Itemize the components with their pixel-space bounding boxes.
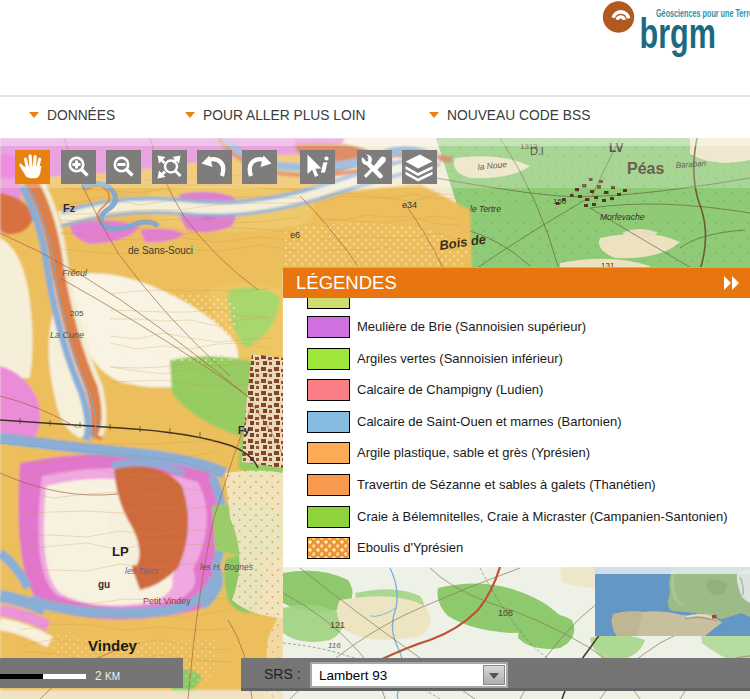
svg-text:205: 205 xyxy=(70,309,84,318)
svg-text:le Tertre: le Tertre xyxy=(470,204,501,214)
svg-text:Fz: Fz xyxy=(63,202,76,214)
svg-text:La Cune: La Cune xyxy=(50,330,84,340)
svg-text:LP: LP xyxy=(112,544,129,559)
svg-text:Fy: Fy xyxy=(238,425,250,436)
svg-text:les H. Bognes: les H. Bognes xyxy=(200,562,254,572)
svg-text:les Tilets: les Tilets xyxy=(125,566,159,576)
svg-text:150: 150 xyxy=(553,197,567,206)
svg-text:108: 108 xyxy=(498,608,513,618)
svg-text:Vindey: Vindey xyxy=(88,637,138,654)
svg-text:Morfevache: Morfevache xyxy=(600,212,645,222)
svg-text:e6: e6 xyxy=(290,230,300,240)
svg-text:116: 116 xyxy=(328,641,341,650)
svg-text:Frécul: Frécul xyxy=(62,268,88,278)
svg-text:121: 121 xyxy=(330,620,345,630)
svg-text:Géosciences pour une Terre: Géosciences pour une Terre xyxy=(656,8,750,19)
svg-text:gu: gu xyxy=(98,579,110,590)
svg-text:e34: e34 xyxy=(402,200,417,210)
svg-text:Petit Vindey: Petit Vindey xyxy=(143,596,191,606)
svg-text:de Sans-Souci: de Sans-Souci xyxy=(128,245,193,256)
